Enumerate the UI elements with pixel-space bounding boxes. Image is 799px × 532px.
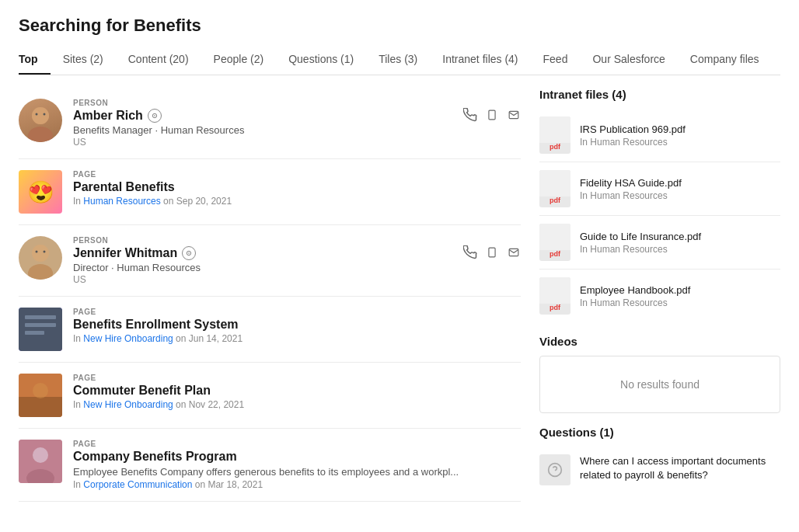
result-parental-benefits: 😍 PAGE Parental Benefits In Human Resour… — [19, 159, 521, 225]
jennifer-network-icon: ⊙ — [182, 246, 196, 260]
email-icon[interactable] — [507, 110, 521, 123]
tab-top[interactable]: Top — [19, 45, 51, 75]
tab-feed[interactable]: Feed — [531, 45, 581, 75]
benefits-enrollment-info: PAGE Benefits Enrollment System In New H… — [73, 308, 521, 344]
parental-benefits-name: Parental Benefits — [73, 180, 521, 194]
company-benefits-type: PAGE — [73, 440, 521, 448]
tab-salesforce[interactable]: Our Salesforce — [580, 45, 677, 75]
avatar-amber-rich — [19, 99, 62, 142]
email-icon-2[interactable] — [507, 247, 521, 261]
question-thumb-1 — [539, 454, 570, 485]
main-content: PERSON Amber Rich ⊙ Benefits Manager · H… — [19, 75, 780, 502]
benefits-enrollment-type: PAGE — [73, 308, 521, 316]
company-benefits-name: Company Benefits Program — [73, 450, 521, 464]
videos-title: Videos — [539, 335, 780, 348]
enrollment-meta-link[interactable]: New Hire Onboarding — [83, 333, 173, 344]
page-title: Searching for Benefits — [19, 16, 780, 36]
phone-icon[interactable] — [463, 108, 477, 125]
questions-title: Questions (1) — [539, 426, 780, 439]
avatar-jennifer-whitman — [19, 236, 62, 280]
fidelity-pdf-thumb: pdf — [539, 170, 570, 207]
parental-benefits-info: PAGE Parental Benefits In Human Resource… — [73, 170, 521, 207]
tab-sites[interactable]: Sites (2) — [51, 45, 116, 75]
life-ins-pdf-thumb: pdf — [539, 224, 570, 261]
svg-point-10 — [44, 251, 46, 253]
commuter-benefit-name: Commuter Benefit Plan — [73, 384, 521, 398]
tabs-bar: Top Sites (2) Content (20) People (2) Qu… — [19, 45, 780, 75]
commuter-thumb-svg — [19, 374, 62, 417]
tab-content[interactable]: Content (20) — [116, 45, 201, 75]
jennifer-whitman-actions — [463, 236, 521, 263]
right-column: Intranet files (4) pdf IRS Publication 9… — [539, 88, 780, 502]
benefits-enrollment-name: Benefits Enrollment System — [73, 318, 521, 332]
handbook-file-info: Employee Handbook.pdf In Human Resources — [580, 284, 780, 308]
commuter-benefit-type: PAGE — [73, 374, 521, 382]
commuter-benefit-meta: In New Hire Onboarding on Nov 22, 2021 — [73, 399, 521, 410]
svg-point-19 — [33, 383, 48, 398]
amber-rich-type: PERSON — [73, 99, 452, 107]
jennifer-whitman-info: PERSON Jennifer Whitman ⊙ Director · Hum… — [73, 236, 452, 285]
jennifer-whitman-type: PERSON — [73, 236, 452, 245]
file-item-fidelity: pdf Fidelity HSA Guide.pdf In Human Reso… — [539, 162, 780, 216]
file-item-handbook: pdf Employee Handbook.pdf In Human Resou… — [539, 269, 780, 322]
mobile-icon[interactable] — [487, 108, 497, 125]
result-company-benefits: PAGE Company Benefits Program Employee B… — [19, 429, 521, 502]
question-text-1[interactable]: Where can I access important documents r… — [580, 454, 780, 482]
svg-rect-16 — [25, 331, 44, 335]
tab-company-files[interactable]: Company files — [678, 45, 772, 75]
amber-rich-subtitle: Benefits Manager · Human Resources — [73, 124, 452, 136]
tab-people[interactable]: People (2) — [201, 45, 277, 75]
company-benefits-info: PAGE Company Benefits Program Employee B… — [73, 440, 521, 490]
left-column: PERSON Amber Rich ⊙ Benefits Manager · H… — [19, 88, 521, 502]
amber-rich-name: Amber Rich ⊙ — [73, 109, 452, 123]
svg-point-1 — [28, 127, 53, 142]
fidelity-file-info: Fidelity HSA Guide.pdf In Human Resource… — [580, 177, 780, 201]
svg-rect-14 — [25, 315, 56, 319]
irs-file-info: IRS Publication 969.pdf In Human Resourc… — [580, 123, 780, 148]
company-benefits-desc: Employee Benefits Company offers generou… — [73, 466, 521, 478]
avatar-svg-jennifer — [19, 236, 62, 280]
fidelity-file-name[interactable]: Fidelity HSA Guide.pdf — [580, 177, 780, 189]
mobile-icon-2[interactable] — [487, 245, 497, 263]
tab-tiles[interactable]: Tiles (3) — [366, 45, 430, 75]
life-ins-file-name[interactable]: Guide to Life Insurance.pdf — [580, 231, 780, 242]
company-benefits-meta: In Corporate Communication on Mar 18, 20… — [73, 479, 521, 490]
parental-benefits-meta: In Human Resources on Sep 20, 2021 — [73, 196, 521, 207]
company-meta-link[interactable]: Corporate Communication — [83, 479, 192, 490]
svg-point-4 — [44, 113, 46, 116]
parental-benefits-type: PAGE — [73, 170, 521, 179]
commuter-meta-link[interactable]: New Hire Onboarding — [83, 399, 173, 410]
avatar-parental-benefits: 😍 — [19, 170, 62, 214]
avatar-svg-amber — [19, 99, 62, 142]
amber-rich-info: PERSON Amber Rich ⊙ Benefits Manager · H… — [73, 99, 452, 148]
amber-rich-actions — [463, 99, 521, 125]
svg-point-9 — [36, 251, 38, 253]
svg-rect-13 — [19, 308, 62, 351]
svg-rect-18 — [19, 397, 62, 417]
company-thumb-svg — [19, 440, 62, 483]
parental-meta-link[interactable]: Human Resources — [83, 196, 160, 207]
question-item-1: Where can I access important documents r… — [539, 447, 780, 493]
avatar-commuter-benefit — [19, 374, 62, 417]
page-wrapper: Searching for Benefits Top Sites (2) Con… — [0, 0, 799, 532]
phone-icon-2[interactable] — [463, 245, 477, 263]
amber-rich-location: US — [73, 137, 452, 148]
jennifer-whitman-location: US — [73, 274, 452, 285]
jennifer-whitman-name: Jennifer Whitman ⊙ — [73, 246, 452, 260]
life-ins-file-info: Guide to Life Insurance.pdf In Human Res… — [580, 231, 780, 255]
handbook-file-name[interactable]: Employee Handbook.pdf — [580, 284, 780, 296]
benefits-enrollment-meta: In New Hire Onboarding on Jun 14, 2021 — [73, 333, 521, 344]
avatar-company-benefits — [19, 440, 62, 483]
svg-point-7 — [32, 245, 49, 262]
handbook-pdf-thumb: pdf — [539, 277, 570, 315]
amber-network-icon: ⊙ — [148, 109, 162, 123]
avatar-benefits-enrollment — [19, 308, 62, 351]
intranet-files-title: Intranet files (4) — [539, 88, 780, 101]
tab-intranet[interactable]: Intranet files (4) — [430, 45, 530, 75]
tab-questions[interactable]: Questions (1) — [276, 45, 366, 75]
svg-point-21 — [33, 447, 48, 463]
result-commuter-benefit: PAGE Commuter Benefit Plan In New Hire O… — [19, 363, 521, 429]
irs-file-name[interactable]: IRS Publication 969.pdf — [580, 123, 780, 135]
result-jennifer-whitman: PERSON Jennifer Whitman ⊙ Director · Hum… — [19, 225, 521, 297]
intranet-files-list: pdf IRS Publication 969.pdf In Human Res… — [539, 109, 780, 322]
